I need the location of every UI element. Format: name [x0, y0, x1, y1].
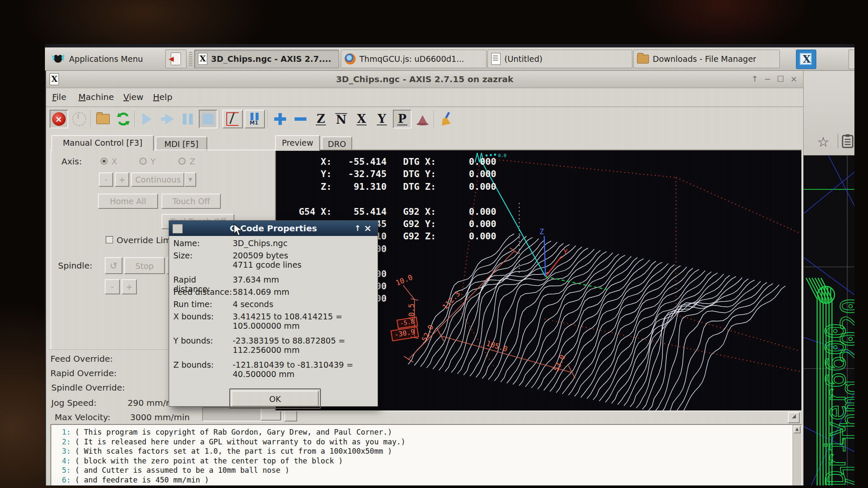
gcode-properties-dialog[interactable]: G-Code Properties ↑ × Name:3D_Chips.ngc … [169, 220, 378, 407]
firefox-icon [345, 53, 356, 64]
scroll-arrow-button[interactable]: ◢ [788, 412, 800, 423]
window-titlebar[interactable]: X 3D_Chips.ngc - AXIS 2.7.15 on zazrak ↑… [46, 71, 803, 88]
logout-door-icon [171, 53, 181, 65]
run-icon [142, 113, 152, 125]
close-button[interactable]: × [790, 74, 797, 83]
axis-label: Axis: [61, 156, 82, 166]
dialog-close-button[interactable]: × [364, 221, 372, 236]
tray-terminal-icon[interactable]: X [796, 50, 816, 69]
gcode-scrollbar[interactable]: ▲ [793, 425, 801, 485]
stop-button[interactable] [199, 110, 217, 128]
view-z-icon: Z [316, 113, 326, 125]
step-button[interactable] [158, 110, 177, 128]
view-x-icon: X [356, 113, 367, 125]
optional-pause-button[interactable]: M1 [245, 110, 265, 128]
machine-power-button[interactable] [70, 110, 89, 128]
spindle-stop-button[interactable]: Stop [124, 257, 165, 274]
max-velocity-label: Max Velocity: [55, 412, 110, 422]
reload-button[interactable] [114, 110, 133, 128]
view-z-button[interactable]: Z [312, 110, 330, 128]
view-y-button[interactable]: Y [373, 110, 391, 128]
tab-mdi[interactable]: MDI [F5] [156, 136, 207, 151]
prop-row-xbounds: X bounds:3.414215 to 108.414215 = 105.00… [173, 312, 373, 336]
tab-manual-control[interactable]: Manual Control [F3] [51, 135, 154, 151]
desktop-screen: Applications Menu X 3D_Chips.ngc - AXIS … [45, 44, 854, 485]
minimize-button[interactable]: − [764, 74, 771, 83]
skip-lines-button[interactable] [223, 110, 243, 128]
task-label: (Untitled) [504, 54, 542, 64]
gcode-line: 3:( With scales factors set at 1.0, the … [53, 447, 790, 457]
home-all-button[interactable]: Home All [98, 194, 158, 209]
prop-row-ybounds: Y bounds:-23.383195 to 88.872805 = 112.2… [173, 336, 373, 360]
menu-help[interactable]: Help [153, 92, 172, 102]
tab-dro[interactable]: DRO [322, 136, 352, 151]
dialog-menu-icon[interactable] [172, 224, 183, 233]
menu-view[interactable]: View [123, 92, 143, 102]
logout-button[interactable] [165, 50, 186, 68]
menu-machine[interactable]: Machine [78, 92, 114, 102]
ok-button[interactable]: OK [231, 391, 319, 407]
clear-plot-button[interactable] [437, 110, 456, 128]
override-limits-checkbox[interactable] [106, 236, 113, 244]
prop-row-zbounds: Z bounds:-121.810439 to -81.310439 = 40.… [173, 360, 373, 384]
gcode-listing[interactable]: 1:( This program is copyright of Rab Gor… [50, 424, 802, 485]
task-button-filemanager[interactable]: Downloads - File Manager [633, 50, 780, 68]
jog-minus-button[interactable]: - [99, 172, 113, 187]
touch-off-button[interactable]: Touch Off [161, 194, 221, 209]
gcode-line: 4:( block with the zero point at the cen… [53, 457, 790, 466]
view-x-button[interactable]: X [352, 110, 371, 128]
spindle-ccw-button[interactable]: ↺ [105, 257, 122, 274]
axis-radio-x[interactable] [100, 158, 108, 165]
spindle-minus-button[interactable]: - [105, 279, 120, 294]
axis-radio-z[interactable] [178, 158, 186, 165]
bookmark-star-icon[interactable]: ☆ [817, 134, 829, 150]
library-icon[interactable] [842, 134, 854, 149]
gcode-line: 2:( It is released here under a GPL with… [53, 438, 790, 447]
view-z2-button[interactable]: N [332, 110, 351, 128]
dialog-shade-button[interactable]: ↑ [354, 221, 361, 236]
jog-plus-button[interactable]: + [115, 172, 129, 187]
axis-y-label: Y [150, 156, 156, 166]
axis-z-label: Z [189, 156, 195, 166]
y-axis-label: Y [563, 248, 568, 256]
ok-button-frame: OK [229, 388, 321, 409]
tray-overflow[interactable] [849, 50, 854, 69]
spindle-plus-button[interactable]: + [122, 279, 137, 294]
monitor-photo: Applications Menu X 3D_Chips.ngc - AXIS … [0, 0, 868, 488]
prop-row-name: Name:3D_Chips.ngc [173, 238, 373, 251]
reload-icon [116, 112, 131, 126]
applications-menu-button[interactable]: Applications Menu [47, 50, 163, 68]
pause-button[interactable] [178, 110, 197, 128]
axis-radio-y[interactable] [139, 158, 147, 165]
task-button-firefox[interactable]: ThmqGCU.js: uD6600d1... [341, 50, 487, 68]
firefox-window-sliver: ☆ [803, 70, 854, 485]
text-editor-icon [491, 53, 501, 65]
open-file-button[interactable] [94, 110, 112, 128]
view-perspective-button[interactable]: P [393, 110, 412, 128]
rotate-view-button[interactable] [413, 110, 432, 128]
estop-button[interactable]: × [50, 110, 68, 128]
spindle-label: Spindle: [58, 261, 92, 271]
tab-preview[interactable]: Preview [275, 135, 320, 151]
clear-plot-broom-icon [438, 111, 454, 127]
view-z2-icon: N [335, 113, 348, 125]
toolbar: × [46, 107, 803, 134]
jog-mode-arrow[interactable]: ▼ [184, 172, 196, 187]
shade-button[interactable]: ↑ [751, 74, 758, 83]
prop-row-rapid: Rapid distance:37.634 mm [173, 275, 373, 287]
jog-mode-select[interactable]: Continuous [131, 172, 184, 187]
taskbar-grip[interactable] [189, 52, 192, 66]
pause-icon [183, 114, 186, 125]
pcb-viewer-content: uDriver6600 v1 Thmq 2020 [803, 155, 854, 485]
scrollbar-up-arrow[interactable]: ▲ [793, 426, 801, 433]
axis-x-label: X [111, 156, 117, 166]
task-button-untitled[interactable]: (Untitled) [487, 50, 632, 68]
zoom-out-button[interactable] [291, 110, 310, 128]
z-axis-line [544, 236, 545, 277]
dialog-titlebar[interactable]: G-Code Properties ↑ × [169, 221, 378, 236]
run-button[interactable] [138, 110, 156, 128]
task-button-axis[interactable]: X 3D_Chips.ngc - AXIS 2.7.... [194, 50, 339, 68]
zoom-in-button[interactable] [271, 110, 289, 128]
menu-file[interactable]: File [52, 92, 66, 102]
maximize-button[interactable]: ☐ [777, 74, 784, 83]
